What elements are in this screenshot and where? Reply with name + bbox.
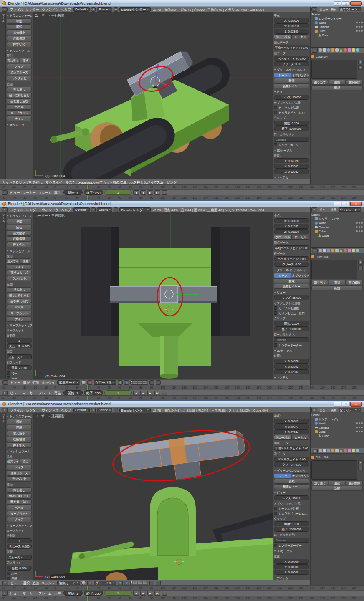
viewport-scene-perspective-wide[interactable] (33, 413, 273, 580)
visibility-toggles[interactable] (356, 22, 363, 23)
tab-physics-icon[interactable] (356, 249, 359, 252)
lock-camera-checkbox[interactable]: カメラをビューにロ… (274, 511, 309, 516)
smooth-slider[interactable]: スムーズ: 0.000 (7, 544, 32, 549)
vertex-group-list[interactable] (311, 260, 357, 279)
minimize-button[interactable]: − (334, 202, 341, 206)
maximize-button[interactable]: □ (342, 202, 350, 206)
layers-widget[interactable] (130, 581, 148, 585)
tool-button[interactable]: 収縮/膨張 (7, 437, 32, 442)
panel-header-item[interactable]: ▼アイテム (274, 575, 309, 580)
timeline-ruler-secondary[interactable]: -50-40-30-20-100102030405060708090100110… (0, 395, 364, 400)
gp-new-layer-button[interactable]: 新規レイヤー (274, 484, 309, 489)
panel-header-meshtools[interactable]: ▼メッシュツール (7, 248, 32, 253)
3d-viewport[interactable]: ユーザー・平行投影 (1) Cube.004 (33, 212, 273, 379)
local-camera-field[interactable]: Camera (274, 337, 309, 342)
window-titlebar[interactable]: Blender* [C:¥Users¥kanazawa¥Downloads¥sc… (0, 201, 364, 207)
local-button[interactable]: ローカル (292, 34, 310, 39)
scene-selector[interactable]: Scene× (97, 207, 112, 212)
tool-button[interactable]: ループカット (7, 511, 32, 516)
tool-button[interactable]: 面を差し込む (7, 299, 32, 304)
close-icon[interactable]: × (86, 8, 88, 11)
lock-cursor-checkbox[interactable]: カーソルを注視 (274, 105, 309, 110)
menu-item[interactable]: ビュー (318, 408, 329, 412)
crease-field[interactable]: クリース: 0.00 (274, 462, 309, 467)
tool-button[interactable]: 押す/引く (7, 442, 32, 448)
end-frame-field[interactable]: 終了: 250 (84, 591, 103, 596)
deselect-button[interactable]: 選択解除 (346, 480, 363, 485)
tab-material-icon[interactable] (344, 449, 347, 452)
vertex-group-list[interactable] (311, 60, 357, 79)
cursor-y-field[interactable]: Y: 0.43002 (274, 364, 309, 369)
bevel-weight-field[interactable]: ベベルウェイト: 0.00 (274, 56, 309, 61)
editor-type-icon[interactable]: ≡ (2, 207, 8, 212)
tank-barrel[interactable] (160, 336, 178, 379)
tool-button[interactable]: 頂点 (20, 459, 32, 464)
menu-item[interactable]: ビュー (9, 190, 21, 195)
cuts-field[interactable]: 1 (7, 538, 32, 543)
viewport-scene-perspective[interactable] (33, 12, 273, 179)
outliner-row-scene[interactable]: Scene (311, 413, 363, 417)
snap-magnet-icon[interactable] (149, 380, 154, 385)
lens-field[interactable]: レンズ: 35.000 (274, 495, 309, 500)
outliner-row-camera[interactable]: Camera (311, 425, 363, 429)
remove-item-button[interactable]: − (358, 65, 363, 70)
deselect-button[interactable]: 選択解除 (346, 280, 363, 285)
menu-item[interactable]: 選択 (22, 380, 31, 385)
tool-button[interactable]: 移動 (7, 419, 32, 424)
maximize-button[interactable]: □ (342, 1, 350, 6)
panel-header-loopcut[interactable]: ▼ループカットとスライド (7, 322, 32, 328)
outliner-row-cube[interactable]: Cube (311, 29, 363, 33)
outliner-row-cube[interactable]: Cube (311, 429, 363, 434)
tool-button[interactable]: 辺スライド (7, 459, 19, 464)
outliner-row-renderlayers[interactable]: レンダーレイヤー (311, 217, 363, 221)
menu-item[interactable]: 追加 (31, 380, 40, 385)
outliner-row-camera[interactable]: Camera (311, 225, 363, 229)
median-y-field[interactable]: Y: 0.00077 (274, 424, 309, 429)
local-camera-field[interactable]: Camera (274, 137, 309, 142)
menu-item[interactable]: ファイル (9, 207, 25, 212)
flipped-checkbox[interactable]: 反転 (7, 376, 32, 379)
tool-button[interactable]: 押す/引く (7, 242, 32, 247)
visibility-toggles[interactable] (356, 222, 363, 224)
panel-header-transform[interactable]: ▼トランスフォーム (7, 413, 32, 419)
gp-new-button[interactable]: 新規 (274, 278, 309, 283)
panel-header-meshtools[interactable]: ▼メッシュツール (7, 448, 32, 454)
gp-new-layer-button[interactable]: 新規レイヤー (274, 284, 309, 289)
tab-material-icon[interactable] (344, 249, 347, 252)
panel-header-view[interactable]: ▼ビュー (274, 289, 309, 295)
menu-item[interactable]: ウィンドウ (40, 7, 60, 12)
close-icon[interactable]: × (86, 409, 88, 412)
current-frame-indicator[interactable] (87, 586, 88, 590)
render-opengl-icon[interactable] (156, 581, 161, 585)
panel-header-transform[interactable]: ▼トランスフォーム (7, 213, 32, 218)
tool-button[interactable]: ベベル (7, 104, 32, 110)
visibility-toggles[interactable] (356, 26, 363, 28)
menu-item[interactable]: ビュー (9, 380, 22, 385)
outliner-row-cube-mesh[interactable]: Cube (311, 233, 363, 237)
add-layout-button[interactable]: + (91, 408, 96, 412)
smooth-slider[interactable]: スムーズ: 0.000 (7, 343, 32, 348)
display-filter-dropdown[interactable]: 全てのシーン▼ (339, 7, 361, 11)
menu-item[interactable]: 選択 (22, 581, 31, 585)
tool-button[interactable]: ランダム化 (7, 276, 32, 281)
lock-cursor-checkbox[interactable]: カーソルを注視 (274, 306, 309, 311)
tab-physics-icon[interactable] (356, 449, 359, 452)
clip-end-field[interactable]: 終了: 1000.000 (274, 527, 309, 532)
tab-modifiers-icon[interactable] (335, 48, 339, 52)
menu-item[interactable]: ファイル (9, 408, 25, 412)
3d-viewport[interactable]: ユーザー・透視投影 (1) Cube.004 (33, 413, 273, 580)
tool-button[interactable]: 頂点スムーズ (7, 70, 32, 75)
pivot-center-icon[interactable] (87, 581, 92, 585)
cursor-y-field[interactable]: Y: 0.00000 (274, 564, 309, 569)
tab-world-icon[interactable] (327, 48, 330, 52)
render-border-checkbox[interactable]: レンダーボーダー (274, 343, 309, 348)
outliner-row-cube-mesh[interactable]: Cube (311, 434, 363, 438)
tab-texture-icon[interactable] (348, 449, 351, 452)
current-frame-field[interactable]: 1 (104, 591, 132, 596)
menu-item[interactable]: メッシュ (40, 581, 56, 585)
panel-header-view[interactable]: ▼ビュー (274, 490, 309, 495)
tool-button[interactable]: 拡大縮小 (7, 431, 32, 436)
layout-selector[interactable]: Default× (73, 207, 90, 212)
menu-item[interactable]: 検索 (329, 207, 338, 212)
visibility-toggles[interactable] (356, 427, 363, 428)
